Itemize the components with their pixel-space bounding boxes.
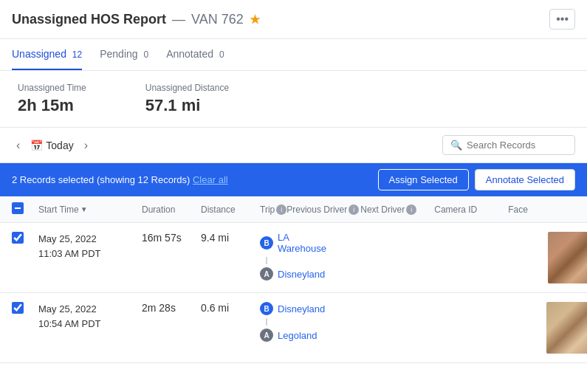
- row-1-trip-from: B LA Warehouse: [260, 232, 326, 254]
- tab-unassigned[interactable]: Unassigned 12: [12, 39, 82, 70]
- select-all-checkbox[interactable]: [12, 202, 24, 214]
- row-1-checkbox-cell: [12, 232, 38, 246]
- row-1-face: [548, 232, 587, 283]
- col-distance: Distance: [201, 204, 260, 215]
- trip-b-dot: B: [260, 236, 273, 250]
- face-image-1: [548, 232, 587, 283]
- clear-all-link[interactable]: Clear all: [193, 174, 228, 185]
- col-camera-id: Camera ID: [434, 204, 508, 215]
- favorite-star-icon[interactable]: ★: [250, 13, 260, 27]
- row-1-checkbox[interactable]: [12, 232, 24, 244]
- prev-date-button[interactable]: ‹: [12, 137, 24, 154]
- col-previous-driver: Previous Driver i: [286, 204, 360, 215]
- unassigned-count: 12: [72, 49, 82, 60]
- col-next-driver: Next Driver i: [360, 204, 434, 215]
- sort-icon: ▼: [80, 205, 88, 213]
- trip-info-icon[interactable]: i: [276, 204, 286, 215]
- unassigned-distance-value: 57.1 mi: [145, 96, 229, 115]
- vehicle-name: VAN 762: [191, 12, 244, 27]
- unassigned-time-label: Unassigned Time: [18, 83, 86, 93]
- next-date-button[interactable]: ›: [80, 137, 92, 154]
- col-trip: Trip i: [260, 204, 286, 215]
- unassigned-time-value: 2h 15m: [18, 96, 86, 115]
- calendar-icon: 📅: [30, 140, 43, 151]
- row-2-checkbox[interactable]: [12, 302, 24, 314]
- date-toolbar: ‹ 📅 Today › 🔍: [0, 128, 587, 163]
- row-2-checkbox-cell: [12, 302, 38, 316]
- selection-bar: 2 Records selected (showing 12 Records) …: [0, 163, 587, 196]
- row-1-trip-to: A Disneyland: [260, 267, 326, 281]
- today-button[interactable]: 📅 Today: [30, 140, 73, 151]
- table-row: May 25, 2022 11:03 AM PDT 16m 57s 9.4 mi…: [0, 223, 587, 293]
- trip-from-link-2[interactable]: Disneyland: [278, 303, 325, 314]
- face-image-2: [546, 302, 587, 354]
- unassigned-distance-label: Unassigned Distance: [145, 83, 229, 93]
- row-2-duration: 2m 28s: [142, 302, 201, 314]
- trip-to-link[interactable]: Disneyland: [278, 269, 325, 280]
- pending-count: 0: [143, 49, 148, 60]
- more-options-button[interactable]: •••: [549, 9, 575, 30]
- row-2-distance: 0.6 mi: [201, 302, 260, 314]
- selection-info: 2 Records selected (showing 12 Records) …: [12, 174, 228, 185]
- selection-actions: Assign Selected Annotate Selected: [378, 169, 575, 190]
- row-2-trip-to: A Legoland: [260, 329, 325, 342]
- tab-annotated[interactable]: Annotated 0: [166, 39, 224, 70]
- annotated-count: 0: [219, 49, 224, 60]
- row-1-distance: 9.4 mi: [201, 232, 260, 244]
- trip-a-dot-2: A: [260, 329, 273, 342]
- report-title: Unassigned HOS Report: [12, 12, 166, 27]
- trip-connector-2: [266, 318, 267, 326]
- row-2-face: [546, 302, 587, 354]
- row-2-datetime: May 25, 2022 10:54 AM PDT: [38, 302, 142, 331]
- trip-b-dot-2: B: [260, 302, 273, 315]
- trip-from-link[interactable]: LA Warehouse: [278, 232, 326, 254]
- stats-section: Unassigned Time 2h 15m Unassigned Distan…: [0, 71, 587, 128]
- header-checkbox-cell: [12, 202, 38, 216]
- date-nav: ‹ 📅 Today ›: [12, 137, 92, 154]
- tab-pending[interactable]: Pending 0: [100, 39, 148, 70]
- unassigned-distance-stat: Unassigned Distance 57.1 mi: [145, 83, 229, 115]
- row-2-trip: B Disneyland A Legoland: [260, 302, 325, 342]
- trip-connector: [266, 257, 267, 264]
- page-title: Unassigned HOS Report — VAN 762 ★: [12, 12, 260, 27]
- search-input[interactable]: [467, 140, 567, 151]
- col-face: Face: [508, 204, 582, 215]
- row-1-trip: B LA Warehouse A Disneyland: [260, 232, 326, 281]
- assign-selected-button[interactable]: Assign Selected: [378, 169, 469, 190]
- page-header: Unassigned HOS Report — VAN 762 ★ •••: [0, 0, 587, 39]
- row-1-datetime: May 25, 2022 11:03 AM PDT: [38, 232, 142, 261]
- row-2-trip-from: B Disneyland: [260, 302, 325, 315]
- prev-driver-info-icon[interactable]: i: [349, 204, 359, 215]
- search-icon: 🔍: [450, 140, 462, 151]
- table-header: Start Time ▼ Duration Distance Trip i Pr…: [0, 196, 587, 223]
- next-driver-info-icon[interactable]: i: [406, 204, 416, 215]
- search-box[interactable]: 🔍: [442, 135, 575, 155]
- trip-to-link-2[interactable]: Legoland: [278, 330, 317, 341]
- annotate-selected-button[interactable]: Annotate Selected: [475, 169, 575, 190]
- unassigned-time-stat: Unassigned Time 2h 15m: [18, 83, 86, 115]
- col-duration: Duration: [142, 204, 201, 215]
- title-separator: —: [172, 12, 185, 27]
- table-row: May 25, 2022 10:54 AM PDT 2m 28s 0.6 mi …: [0, 293, 587, 363]
- trip-a-dot: A: [260, 267, 273, 281]
- row-1-duration: 16m 57s: [142, 232, 201, 244]
- tab-bar: Unassigned 12 Pending 0 Annotated 0: [0, 39, 587, 71]
- col-start-time: Start Time ▼: [38, 204, 142, 215]
